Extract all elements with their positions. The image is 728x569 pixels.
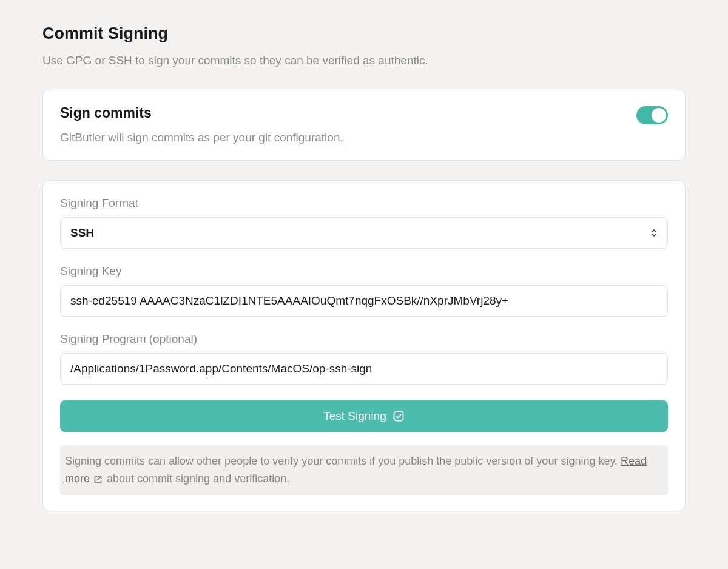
signing-format-value: SSH (70, 226, 94, 240)
signing-program-label: Signing Program (optional) (60, 332, 668, 346)
signing-program-group: Signing Program (optional) (60, 332, 668, 385)
page-subtitle: Use GPG or SSH to sign your commits so t… (42, 54, 686, 67)
sign-commits-text: Sign commits GitButler will sign commits… (60, 105, 636, 144)
signing-key-input[interactable] (60, 285, 668, 317)
page-title: Commit Signing (42, 24, 686, 43)
external-link-icon (93, 475, 103, 484)
sign-commits-card: Sign commits GitButler will sign commits… (42, 89, 686, 161)
toggle-knob (652, 108, 666, 123)
signing-key-label: Signing Key (60, 264, 668, 278)
check-box-icon (393, 410, 405, 422)
signing-settings-card: Signing Format SSH Signing Key Signing P… (42, 180, 686, 511)
signing-program-input[interactable] (60, 353, 668, 385)
info-box: Signing commits can allow other people t… (60, 445, 668, 495)
signing-format-select[interactable]: SSH (60, 217, 668, 249)
svg-rect-0 (394, 412, 403, 421)
sign-commits-description: GitButler will sign commits as per your … (60, 131, 636, 144)
signing-format-label: Signing Format (60, 197, 668, 210)
info-text-before: Signing commits can allow other people t… (65, 455, 621, 467)
test-signing-button[interactable]: Test Signing (60, 400, 668, 432)
test-signing-label: Test Signing (323, 409, 386, 423)
chevron-up-down-icon (650, 228, 658, 238)
sign-commits-title: Sign commits (60, 105, 636, 121)
sign-commits-toggle[interactable] (636, 106, 668, 124)
info-text-after: about commit signing and verification. (104, 473, 289, 485)
signing-format-group: Signing Format SSH (60, 197, 668, 249)
signing-key-group: Signing Key (60, 264, 668, 317)
